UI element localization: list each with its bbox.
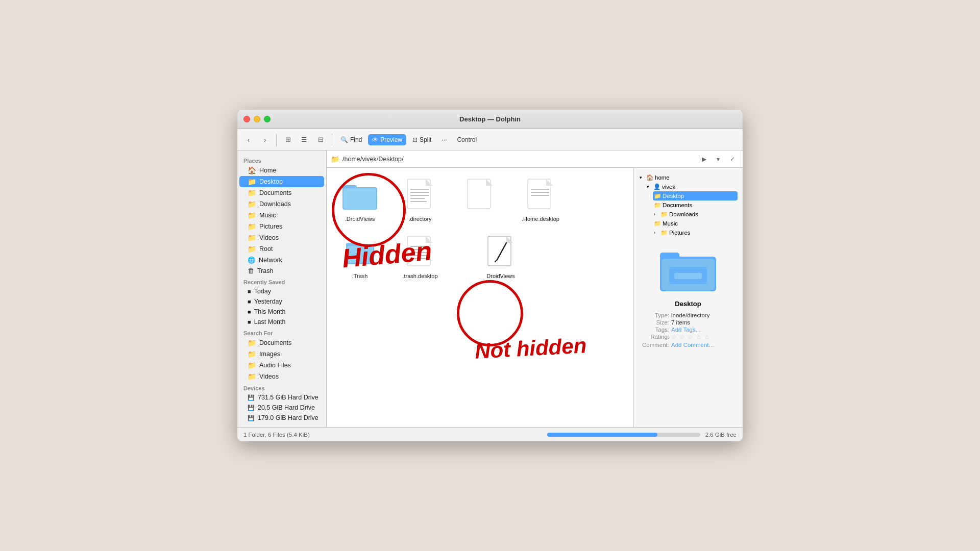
folder-icon: 📁: [248, 234, 256, 242]
tree-home-label: home: [655, 174, 670, 181]
sidebar-search-videos-label: Videos: [259, 373, 279, 380]
sidebar-item-downloads-label: Downloads: [259, 201, 291, 208]
sidebar-device-3[interactable]: 💾 179.0 GiB Hard Drive: [239, 413, 324, 423]
folder-icon: 📁: [248, 245, 256, 253]
sidebar-item-home[interactable]: 🏠 Home: [239, 165, 324, 176]
tree-item-home[interactable]: ▾ 🏠 home: [639, 173, 738, 182]
sidebar-item-desktop-label: Desktop: [259, 178, 283, 185]
main-window: Desktop — Dolphin ‹ › ⊞ ☰ ⊟ 🔍 Find 👁 Pre…: [237, 110, 743, 441]
today-icon: ■: [248, 288, 251, 294]
sidebar-device-2[interactable]: 💾 20.5 GiB Hard Drive: [239, 403, 324, 413]
add-comment-link[interactable]: Add Comment...: [671, 342, 714, 348]
confirm-button[interactable]: ✓: [726, 153, 739, 165]
folder-icon: 📁: [248, 178, 256, 186]
folder-icon: 📁: [248, 211, 256, 219]
tree-item-pictures[interactable]: › 📁 Pictures: [653, 228, 738, 237]
sidebar-device-3-label: 179.0 GiB Hard Drive: [258, 414, 318, 421]
file-item-droidviews-folder[interactable]: .DroidViews: [332, 173, 388, 226]
sidebar-item-desktop[interactable]: 📁 Desktop: [239, 176, 324, 187]
search-for-label: Search For: [237, 327, 326, 337]
sidebar-item-videos[interactable]: 📁 Videos: [239, 232, 324, 243]
sidebar-item-documents[interactable]: 📁 Documents: [239, 187, 324, 198]
trash-folder-icon: [341, 234, 378, 271]
desktop-folder-preview: [657, 245, 719, 296]
tree-desktop-label: Desktop: [663, 193, 684, 199]
back-button[interactable]: ‹: [241, 133, 256, 147]
recently-saved-label: Recently Saved: [237, 276, 326, 286]
path-folder-icon: 📁: [331, 155, 339, 163]
sidebar-item-pictures[interactable]: 📁 Pictures: [239, 221, 324, 232]
sidebar-item-last-month[interactable]: ■ Last Month: [239, 317, 324, 327]
file-item-home-desktop[interactable]: .Home.desktop: [512, 173, 569, 226]
hard-drive-icon: 💾: [248, 394, 255, 401]
home-icon: 🏠: [248, 166, 256, 174]
file-item-trash-folder[interactable]: .Trash: [332, 230, 388, 283]
more-button[interactable]: ···: [437, 134, 451, 145]
forward-button[interactable]: ›: [258, 133, 272, 147]
tree-item-music[interactable]: 📁 Music: [653, 219, 738, 228]
tree-item-downloads[interactable]: › 📁 Downloads: [653, 210, 738, 219]
storage-bar: [547, 433, 700, 437]
sidebar-device-1[interactable]: 💾 731.5 GiB Hard Drive: [239, 392, 324, 403]
sidebar-item-search-videos[interactable]: 📁 Videos: [239, 371, 324, 382]
sidebar-item-yesterday[interactable]: ■ Yesterday: [239, 296, 324, 307]
file-item-directory[interactable]: .directory: [392, 173, 448, 226]
tree-pictures-label: Pictures: [669, 230, 691, 236]
list-view-button[interactable]: ☰: [297, 133, 311, 147]
storage-used: [547, 433, 657, 437]
type-value: inode/directory: [671, 312, 709, 318]
file-item-trash-desktop[interactable]: .trash.desktop: [392, 230, 448, 283]
tree-item-desktop[interactable]: 📁 Desktop: [653, 191, 738, 201]
play-button[interactable]: ▶: [698, 153, 710, 165]
icon-view-button[interactable]: ⊞: [281, 133, 295, 147]
folder-icon: 📁: [248, 222, 256, 231]
sidebar-item-search-images[interactable]: 📁 Images: [239, 348, 324, 360]
svg-rect-32: [660, 253, 679, 260]
split-button[interactable]: ⊡ Split: [408, 134, 435, 145]
home-tree-icon: 🏠: [646, 174, 653, 181]
info-type-row: Type: inode/directory: [639, 312, 738, 319]
sidebar-item-downloads[interactable]: 📁 Downloads: [239, 198, 324, 210]
maximize-button[interactable]: [264, 116, 271, 122]
titlebar: Desktop — Dolphin: [237, 110, 743, 129]
sidebar-item-trash[interactable]: 🗑 Trash: [239, 265, 324, 276]
close-button[interactable]: [243, 116, 250, 122]
folder-tree-icon-music: 📁: [654, 220, 661, 227]
file-item-blank[interactable]: [452, 173, 508, 226]
sidebar-item-network[interactable]: 🌐 Network: [239, 255, 324, 265]
sidebar-item-music-label: Music: [259, 212, 276, 219]
directory-label: .directory: [408, 216, 431, 222]
minimize-button[interactable]: [254, 116, 260, 122]
chevron-down-icon: ▾: [640, 175, 645, 180]
sidebar-item-music[interactable]: 📁 Music: [239, 210, 324, 221]
rating-stars[interactable]: ☆ ☆ ☆ ☆ ☆: [671, 334, 710, 341]
tree-item-documents[interactable]: 📁 Documents: [653, 201, 738, 210]
preview-button[interactable]: 👁 Preview: [368, 134, 406, 145]
sidebar-item-search-audio[interactable]: 📁 Audio Files: [239, 360, 324, 371]
size-value: 7 items: [671, 319, 690, 325]
sidebar-item-root[interactable]: 📁 Root: [239, 243, 324, 255]
sidebar-item-today[interactable]: ■ Today: [239, 286, 324, 296]
split-view-small-button[interactable]: ⊟: [313, 133, 328, 147]
tags-label: Tags:: [639, 327, 669, 333]
home-desktop-label: .Home.desktop: [522, 216, 559, 222]
chevron-right-icon: ›: [654, 212, 659, 217]
droidviews-folder-icon: [341, 177, 378, 214]
dropdown-button[interactable]: ▾: [712, 153, 724, 165]
info-tags-row: Tags: Add Tags...: [639, 326, 738, 333]
add-tags-link[interactable]: Add Tags...: [671, 327, 700, 333]
control-button[interactable]: Control: [453, 134, 481, 145]
sidebar-item-last-month-label: Last Month: [254, 318, 286, 325]
sidebar-item-this-month[interactable]: ■ This Month: [239, 307, 324, 317]
sidebar-item-search-documents[interactable]: 📁 Documents: [239, 337, 324, 348]
directory-doc-icon: [402, 177, 438, 214]
droidviews-doc-icon: [482, 234, 519, 271]
address-path[interactable]: /home/vivek/Desktop/: [342, 156, 695, 163]
tree-item-vivek[interactable]: ▾ 👤 vivek: [646, 182, 738, 191]
hard-drive-icon-2: 💾: [248, 405, 255, 411]
file-item-droidviews-doc[interactable]: DroidViews: [473, 230, 529, 283]
folder-icon: 📁: [248, 200, 256, 208]
sidebar-item-documents-label: Documents: [259, 189, 291, 196]
find-button[interactable]: 🔍 Find: [336, 134, 366, 145]
not-hidden-annotation-label: Not hidden: [474, 333, 587, 363]
